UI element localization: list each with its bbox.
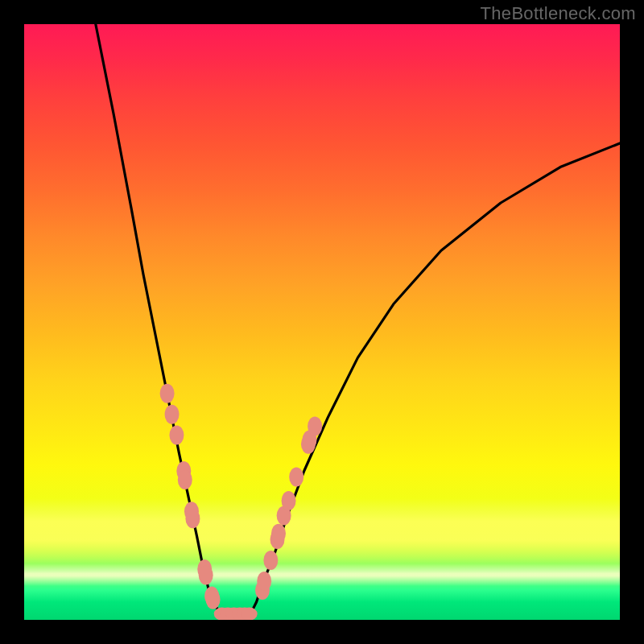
bottleneck-curve xyxy=(96,24,620,615)
data-marker xyxy=(257,572,271,591)
data-marker xyxy=(199,566,213,585)
data-marker xyxy=(206,590,221,609)
data-marker xyxy=(160,384,175,403)
data-marker xyxy=(289,467,303,486)
data-marker xyxy=(165,405,180,424)
data-marker xyxy=(263,551,278,570)
data-marker xyxy=(185,509,200,528)
data-marker xyxy=(178,470,192,489)
curve-layer xyxy=(24,24,620,620)
data-marker xyxy=(242,608,258,620)
data-marker xyxy=(271,524,286,543)
outer-frame: TheBottleneck.com xyxy=(0,0,644,644)
data-marker xyxy=(282,491,296,510)
plot-area xyxy=(24,24,620,620)
data-marker xyxy=(169,426,184,445)
watermark-text: TheBottleneck.com xyxy=(481,3,636,24)
data-marker xyxy=(308,417,322,436)
